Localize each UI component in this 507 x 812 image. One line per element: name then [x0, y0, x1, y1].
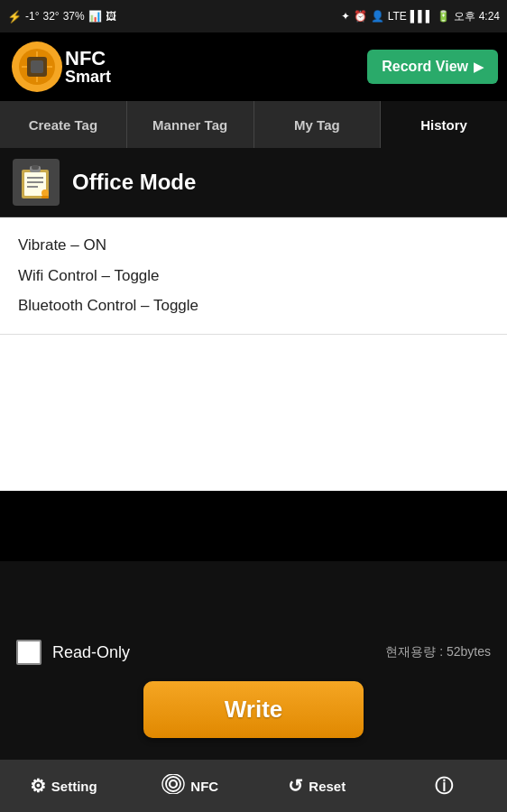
- tab-history[interactable]: History: [381, 101, 507, 148]
- tab-manner-tag[interactable]: Manner Tag: [127, 101, 254, 148]
- reset-icon: ↺: [288, 775, 303, 797]
- status-bar: ⚡ -1° 32° 37% 📊 🖼 ✦ ⏰ 👤 LTE ▌▌▌ 🔋 오후 4:2…: [0, 0, 507, 32]
- nfc-logo-icon: [9, 39, 65, 95]
- svg-rect-14: [32, 165, 39, 170]
- list-item: Bluetooth Control – Toggle: [18, 291, 489, 321]
- office-svg-icon: [16, 162, 56, 202]
- battery-temp: 32°: [42, 10, 59, 23]
- battery-icon: 🔋: [437, 10, 450, 23]
- usb-icon: ⚡: [7, 10, 22, 23]
- svg-rect-11: [27, 181, 43, 183]
- record-view-arrow-icon: ▶: [474, 60, 484, 74]
- tab-create-tag-label: Create Tag: [29, 117, 97, 133]
- office-mode-title: Office Mode: [72, 170, 196, 195]
- setting-label: Setting: [51, 779, 97, 794]
- alarm-icon: ⏰: [354, 10, 367, 23]
- record-view-label: Record View: [382, 59, 468, 75]
- bytes-label: 현재용량 : 52bytes: [385, 644, 491, 660]
- bluetooth-icon: ✦: [341, 10, 350, 23]
- image-icon: 🖼: [106, 10, 116, 23]
- svg-rect-3: [31, 60, 43, 73]
- bottom-area: Read-Only 현재용량 : 52bytes Write: [0, 561, 507, 760]
- logo-nfc: NFC: [65, 49, 111, 69]
- signal-icon: ▌▌▌: [410, 10, 434, 23]
- nfc-icon: [161, 774, 185, 798]
- svg-point-17: [170, 780, 177, 788]
- svg-rect-16: [41, 196, 49, 198]
- office-mode-header: Office Mode: [0, 148, 507, 217]
- reset-label: Reset: [309, 779, 346, 794]
- tab-my-tag[interactable]: My Tag: [254, 101, 382, 148]
- tab-create-tag[interactable]: Create Tag: [0, 101, 127, 148]
- time: 오후 4:24: [454, 9, 500, 24]
- tab-bar: Create Tag Manner Tag My Tag History: [0, 101, 507, 148]
- contact-icon: 👤: [371, 10, 384, 23]
- battery-pct: 37%: [63, 10, 85, 23]
- logo-area: NFC Smart: [9, 39, 111, 95]
- footer-info[interactable]: ⓘ: [381, 774, 508, 798]
- list-item: Wifi Control – Toggle: [18, 261, 489, 291]
- record-view-button[interactable]: Record View ▶: [367, 50, 498, 84]
- tab-history-label: History: [420, 117, 467, 133]
- footer-nav: ⚙ Setting NFC ↺ Reset ⓘ: [0, 760, 507, 812]
- tab-my-tag-label: My Tag: [294, 117, 340, 133]
- temperature: -1°: [25, 10, 39, 23]
- nfc-wave-icon: [161, 774, 185, 794]
- list-item: Vibrate – ON: [18, 230, 489, 261]
- write-button[interactable]: Write: [143, 681, 364, 738]
- nfc-label: NFC: [190, 779, 218, 794]
- tab-manner-tag-label: Manner Tag: [152, 117, 227, 133]
- status-left: ⚡ -1° 32° 37% 📊 🖼: [7, 10, 116, 23]
- readonly-row: Read-Only 현재용량 : 52bytes: [0, 631, 507, 674]
- office-mode-icon: [13, 159, 60, 206]
- status-right: ✦ ⏰ 👤 LTE ▌▌▌ 🔋 오후 4:24: [341, 9, 500, 24]
- lte-label: LTE: [388, 10, 407, 23]
- svg-rect-10: [27, 177, 43, 179]
- app-header: NFC Smart Record View ▶: [0, 32, 507, 101]
- footer-nfc[interactable]: NFC: [127, 774, 254, 798]
- settings-list: Vibrate – ON Wifi Control – Toggle Bluet…: [0, 217, 507, 335]
- readonly-label: Read-Only: [52, 643, 130, 662]
- logo-smart: Smart: [65, 69, 111, 85]
- write-button-row: Write: [0, 674, 507, 751]
- memory-icon: 📊: [88, 10, 102, 23]
- main-content: Office Mode Vibrate – ON Wifi Control – …: [0, 148, 507, 491]
- setting-icon: ⚙: [30, 775, 46, 797]
- info-icon: ⓘ: [435, 774, 453, 798]
- readonly-checkbox[interactable]: [16, 640, 41, 665]
- footer-setting[interactable]: ⚙ Setting: [0, 775, 127, 797]
- svg-rect-12: [27, 186, 38, 188]
- logo-text: NFC Smart: [65, 49, 111, 85]
- svg-point-15: [41, 189, 49, 197]
- footer-reset[interactable]: ↺ Reset: [254, 775, 381, 797]
- readonly-left: Read-Only: [16, 640, 130, 665]
- svg-point-18: [166, 777, 180, 791]
